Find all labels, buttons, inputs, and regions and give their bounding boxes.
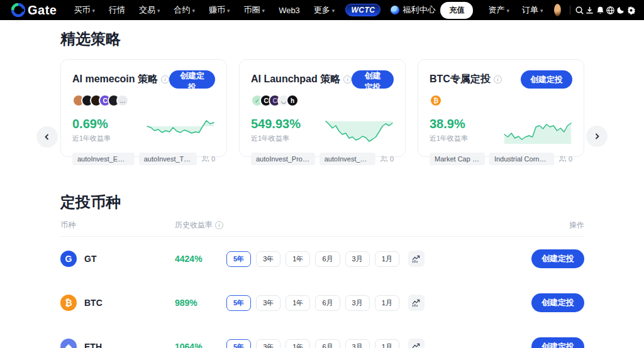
period-pill-3年[interactable]: 3年 (256, 295, 280, 311)
gate-logo-text: Gate (28, 3, 57, 18)
card-header: BTC专属定投i创建定投 (430, 70, 572, 89)
return-block: 0.69%近1年收益率 (72, 117, 111, 143)
members-count-value: 0 (211, 155, 215, 163)
nav-item-web3[interactable]: Web3 (272, 6, 307, 15)
nav-item-label: 交易 (139, 4, 155, 16)
info-icon[interactable]: i (215, 221, 223, 229)
create-autoinvest-button[interactable]: 创建定投 (521, 70, 572, 89)
members-count: 0 (380, 155, 394, 163)
period-pill-6月[interactable]: 6月 (315, 339, 340, 348)
nav-item-markets[interactable]: 行情 (102, 4, 132, 16)
view-chart-button[interactable] (408, 251, 425, 267)
create-autoinvest-button[interactable]: 创建定投 (169, 70, 215, 89)
featured-strategies-title: 精选策略 (60, 29, 644, 49)
user-avatar[interactable] (554, 4, 561, 16)
download-icon[interactable] (585, 1, 596, 19)
period-pill-6月[interactable]: 6月 (315, 251, 340, 267)
assets-label: 资产 (488, 4, 504, 16)
period-pill-1年[interactable]: 1年 (286, 339, 310, 348)
period-pill-5年[interactable]: 5年 (226, 295, 251, 311)
period-pill-5年[interactable]: 5年 (226, 251, 251, 267)
nav-item-square[interactable]: 币圈▾ (237, 4, 272, 16)
period-pill-3年[interactable]: 3年 (256, 339, 280, 348)
return-sparkline (146, 117, 215, 144)
nav-item-assets[interactable]: 资产 ▾ (482, 4, 516, 16)
period-pill-1月[interactable]: 1月 (375, 339, 399, 348)
chevron-down-icon: ▾ (157, 8, 160, 14)
wctc-badge[interactable]: WCTC (345, 4, 380, 16)
search-icon[interactable] (574, 1, 585, 19)
period-filter: 5年3年1年6月3月1月 (226, 295, 399, 311)
nav-item-trade[interactable]: 交易▾ (132, 4, 167, 16)
create-autoinvest-button[interactable]: 创建定投 (531, 293, 584, 312)
create-autoinvest-button[interactable]: 创建定投 (531, 337, 584, 348)
members-count: 0 (558, 155, 572, 163)
nav-item-orders[interactable]: 订单 ▾ (516, 4, 550, 16)
gate-logo[interactable]: Gate (11, 3, 57, 18)
members-count: 0 (201, 155, 215, 163)
carousel-next-button[interactable] (586, 126, 608, 147)
deposit-button[interactable]: 充值 (440, 2, 473, 19)
nav-item-label: Web3 (279, 6, 300, 15)
autoinvest-coins-table: 币种 历史收益率 i 操作 GGT4424%5年3年1年6月3月1月创建定投₿B… (60, 220, 584, 348)
coin-cell: ◆ETH (60, 339, 175, 348)
period-pill-3年[interactable]: 3年 (256, 251, 280, 267)
column-history-label: 历史收益率 (175, 220, 213, 231)
strategy-cards: AI memecoin 策略i创建定投C…0.69%近1年收益率autoInve… (60, 59, 584, 157)
period-pill-1月[interactable]: 1月 (375, 295, 399, 311)
period-pill-3月[interactable]: 3月 (345, 251, 370, 267)
nav-item-rewards-center[interactable]: 福利中心 (386, 4, 440, 16)
coin-avatar: h (286, 94, 299, 107)
card-stats: 38.9%近1年收益率 (430, 117, 572, 144)
tag-row: Market Cap No.1Industrial Cornerstone0 (430, 153, 572, 165)
nav-item-label: 行情 (109, 4, 125, 16)
table-row-btc: ₿BTC989%5年3年1年6月3月1月创建定投 (60, 281, 584, 325)
members-icon (558, 155, 567, 163)
period-pill-1年[interactable]: 1年 (286, 251, 310, 267)
info-icon[interactable]: i (343, 75, 352, 84)
gear-icon[interactable] (626, 1, 637, 19)
period-pill-1年[interactable]: 1年 (286, 295, 310, 311)
coin-symbol: BTC (84, 298, 103, 308)
table-header: 币种 历史收益率 i 操作 (60, 220, 584, 237)
return-period-label: 近1年收益率 (430, 134, 468, 143)
history-return-value: 4424% (175, 254, 226, 264)
period-pill-1月[interactable]: 1月 (375, 251, 399, 267)
nav-item-label: 币圈 (244, 4, 260, 16)
divider (570, 6, 570, 14)
globe-icon[interactable] (606, 1, 616, 19)
period-pill-6月[interactable]: 6月 (315, 295, 340, 311)
coin-icon: ₿ (60, 295, 77, 311)
coin-avatar: … (116, 94, 129, 107)
nav-item-buy-crypto[interactable]: 买币▾ (67, 4, 102, 16)
moon-icon[interactable] (616, 1, 626, 19)
view-chart-button[interactable] (408, 295, 425, 311)
orders-label: 订单 (522, 4, 538, 16)
nav-item-more[interactable]: 更多▾ (307, 4, 342, 16)
nav-item-label: 更多 (314, 4, 330, 16)
period-pill-3月[interactable]: 3月 (345, 339, 370, 348)
period-pill-5年[interactable]: 5年 (226, 339, 251, 348)
return-value: 38.9% (430, 117, 468, 131)
create-autoinvest-button[interactable]: 创建定投 (531, 249, 584, 268)
info-icon[interactable]: i (161, 75, 169, 84)
card-header: AI memecoin 策略i创建定投 (72, 70, 215, 89)
chevron-down-icon: ▾ (92, 8, 95, 14)
period-filter: 5年3年1年6月3月1月 (226, 339, 399, 348)
nav-item-label: 赚币 (209, 4, 225, 16)
carousel-prev-button[interactable] (36, 126, 58, 148)
info-icon[interactable]: i (494, 75, 502, 84)
bell-icon[interactable] (595, 1, 606, 19)
nav-item-futures[interactable]: 合约▾ (167, 4, 203, 16)
period-pill-3月[interactable]: 3月 (345, 295, 370, 311)
coin-icon: G (60, 251, 77, 267)
create-autoinvest-button[interactable]: 创建定投 (352, 70, 394, 89)
nav-item-label: 买币 (74, 4, 90, 16)
strategy-tag: Market Cap No.1 (430, 153, 485, 165)
view-chart-button[interactable] (408, 339, 425, 348)
main-nav: 买币▾行情交易▾合约▾赚币▾币圈▾Web3更多▾ (67, 4, 341, 16)
gate-logo-icon (11, 3, 25, 17)
column-history: 历史收益率 i (175, 220, 226, 231)
nav-item-earn[interactable]: 赚币▾ (202, 4, 237, 16)
chevron-left-icon (43, 133, 51, 141)
